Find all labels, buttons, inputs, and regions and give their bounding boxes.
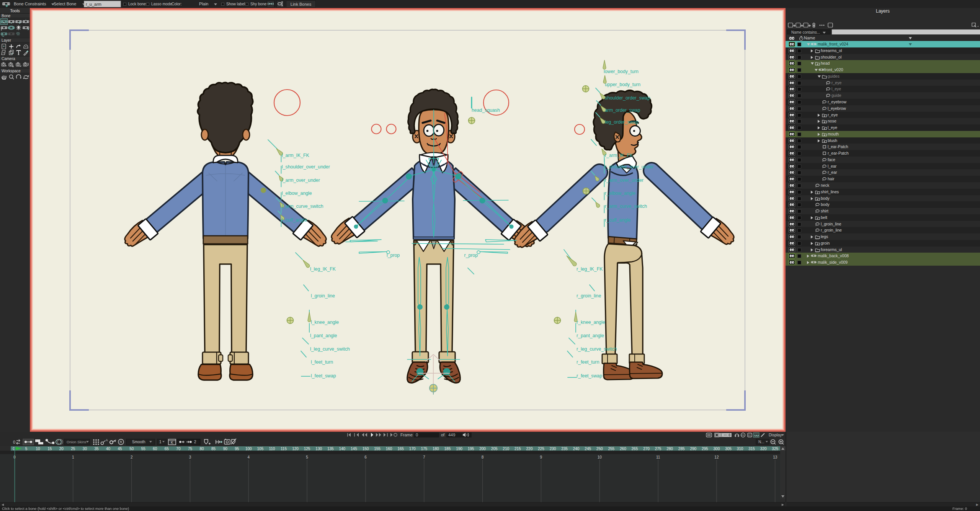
svg-text:40: 40: [106, 447, 111, 451]
svg-text:r_leg_IK_FK: r_leg_IK_FK: [577, 266, 603, 272]
svg-text:FX: FX: [742, 434, 744, 436]
svg-text:l_knee_angle: l_knee_angle: [311, 320, 339, 325]
svg-text:280: 280: [666, 447, 673, 451]
svg-text:9: 9: [540, 455, 542, 459]
svg-text:220: 220: [526, 447, 533, 451]
svg-text:180: 180: [433, 447, 439, 451]
svg-text:20: 20: [59, 447, 64, 451]
svg-text:2: 2: [131, 455, 133, 459]
svg-text:Smooth: Smooth: [132, 440, 145, 444]
svg-text:15: 15: [47, 447, 52, 451]
svg-text:1: 1: [72, 455, 74, 459]
svg-text:45: 45: [118, 447, 122, 451]
svg-text:l_shoulder_over_under: l_shoulder_over_under: [282, 164, 330, 170]
svg-text:l_arm_curve_switch: l_arm_curve_switch: [282, 204, 323, 209]
svg-text:150: 150: [363, 447, 369, 451]
svg-text:l_prop: l_prop: [387, 253, 400, 258]
svg-text:leg_order_swap: leg_order_swap: [605, 119, 639, 125]
svg-text:12: 12: [714, 455, 719, 459]
svg-text:275: 275: [655, 447, 662, 451]
svg-text:head_squash: head_squash: [472, 108, 500, 113]
svg-text:235: 235: [561, 447, 568, 451]
svg-text:270: 270: [643, 447, 650, 451]
svg-text:upper_body_turn: upper_body_turn: [605, 82, 640, 87]
svg-text:7: 7: [423, 455, 425, 459]
svg-text:285: 285: [678, 447, 685, 451]
svg-text:160: 160: [386, 447, 392, 451]
svg-text:105: 105: [257, 447, 264, 451]
svg-text:449: 449: [448, 433, 455, 437]
svg-text:r_feet_turn: r_feet_turn: [577, 359, 599, 365]
svg-text:l_leg_curve_switch: l_leg_curve_switch: [310, 346, 350, 352]
svg-text:r_cuff_angle: r_cuff_angle: [605, 217, 631, 223]
svg-text:310: 310: [737, 447, 743, 451]
svg-text:65: 65: [165, 447, 169, 451]
svg-text:295: 295: [702, 447, 708, 451]
svg-text:135: 135: [327, 447, 334, 451]
svg-text:4: 4: [248, 455, 250, 459]
svg-text:165: 165: [397, 447, 404, 451]
svg-text:l_arm_IK_FK: l_arm_IK_FK: [282, 153, 310, 158]
svg-text:5: 5: [25, 447, 28, 451]
svg-text:8: 8: [482, 455, 484, 459]
svg-text:r_shoulder_over_under: r_shoulder_over_under: [605, 164, 653, 170]
svg-text:r_knee_angle: r_knee_angle: [577, 320, 605, 325]
svg-text:r_groin_line: r_groin_line: [577, 293, 601, 299]
svg-text:of: of: [441, 433, 445, 437]
svg-text:l_elbow_angle: l_elbow_angle: [282, 191, 312, 196]
svg-text:260: 260: [620, 447, 626, 451]
svg-text:A: A: [106, 438, 108, 442]
svg-text:325: 325: [772, 447, 778, 451]
svg-text:r_arm_over_under: r_arm_over_under: [605, 178, 644, 183]
svg-text:1: 1: [159, 440, 162, 444]
svg-text:175: 175: [421, 447, 427, 451]
svg-text:2: 2: [194, 440, 196, 444]
svg-text:125: 125: [304, 447, 310, 451]
svg-text:140: 140: [339, 447, 345, 451]
svg-text:60: 60: [153, 447, 157, 451]
svg-text:195: 195: [468, 447, 474, 451]
svg-text:l_feet_turn: l_feet_turn: [311, 359, 333, 365]
svg-text:50: 50: [129, 447, 134, 451]
svg-text:3: 3: [189, 455, 191, 459]
svg-text:290: 290: [690, 447, 696, 451]
svg-text:255: 255: [608, 447, 614, 451]
svg-text:l_pant_angle: l_pant_angle: [310, 333, 337, 338]
svg-text:0: 0: [13, 440, 15, 444]
svg-text:5: 5: [306, 455, 308, 459]
svg-text:Frame: Frame: [400, 433, 413, 437]
svg-text:r_feet_swap: r_feet_swap: [577, 373, 602, 379]
svg-text:190: 190: [456, 447, 462, 451]
svg-text:315: 315: [748, 447, 755, 451]
svg-text:35: 35: [94, 447, 99, 451]
svg-text:11: 11: [656, 455, 660, 459]
svg-text:l_groin_line: l_groin_line: [311, 293, 335, 299]
svg-text:l_feet_swap: l_feet_swap: [311, 373, 336, 379]
svg-text:75: 75: [188, 447, 193, 451]
svg-text:FX: FX: [748, 434, 751, 436]
svg-text:185: 185: [444, 447, 451, 451]
svg-text:Display: Display: [769, 433, 782, 437]
svg-text:13: 13: [773, 455, 777, 459]
svg-text:300: 300: [714, 447, 720, 451]
svg-text:120: 120: [292, 447, 299, 451]
svg-text:250: 250: [596, 447, 603, 451]
svg-text:arm_order_swap: arm_order_swap: [605, 108, 640, 113]
svg-text:210: 210: [503, 447, 509, 451]
svg-text:240: 240: [573, 447, 580, 451]
svg-text:90: 90: [223, 447, 228, 451]
svg-text:115: 115: [281, 447, 287, 451]
svg-text:215: 215: [514, 447, 521, 451]
svg-text:10: 10: [36, 447, 41, 451]
svg-text:320: 320: [760, 447, 767, 451]
svg-text:6: 6: [364, 455, 367, 459]
svg-text:25: 25: [71, 447, 75, 451]
svg-text:265: 265: [632, 447, 638, 451]
svg-text:R: R: [120, 440, 122, 444]
svg-text:r_elbow_angle: r_elbow_angle: [605, 191, 635, 196]
svg-text:l_arm_over_under: l_arm_over_under: [282, 178, 320, 183]
svg-text:r_prop: r_prop: [464, 253, 478, 258]
svg-text:80: 80: [199, 447, 204, 451]
svg-text:110: 110: [269, 447, 275, 451]
svg-text:r_pant_angle: r_pant_angle: [577, 333, 604, 338]
